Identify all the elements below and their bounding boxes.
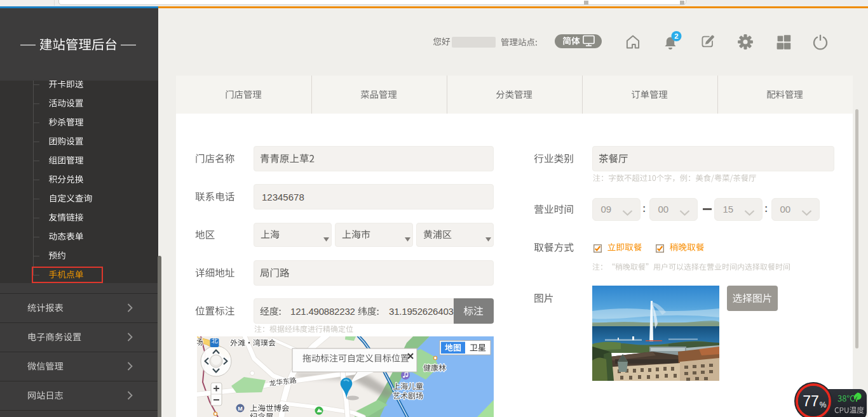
svg-text:2: 2 xyxy=(674,32,678,40)
svg-text:%: % xyxy=(820,400,827,409)
svg-text:77: 77 xyxy=(803,393,819,409)
svg-text:M: M xyxy=(238,406,243,412)
